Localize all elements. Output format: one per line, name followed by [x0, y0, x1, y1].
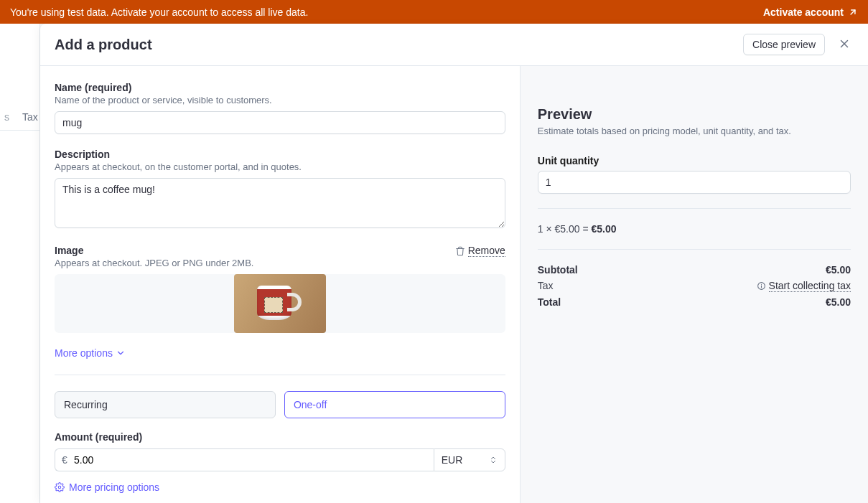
tax-label: Tax [538, 280, 554, 292]
background-tab-partial: s [4, 111, 9, 123]
close-icon [838, 37, 851, 50]
activate-account-label: Activate account [763, 6, 844, 18]
more-pricing-options-button[interactable]: More pricing options [55, 481, 505, 493]
currency-value: EUR [442, 454, 463, 466]
remove-image-label: Remove [468, 245, 505, 257]
tax-row: Tax Start collecting tax [538, 280, 851, 292]
amount-label: Amount (required) [55, 431, 505, 443]
unit-quantity-label: Unit quantity [538, 155, 851, 166]
name-hint: Name of the product or service, visible … [55, 95, 505, 105]
select-chevrons-icon [489, 456, 498, 464]
preview-divider-2 [538, 249, 851, 250]
description-hint: Appears at checkout, on the customer por… [55, 161, 505, 172]
calc-prefix: 1 × €5.00 = [538, 223, 592, 235]
activate-account-link[interactable]: Activate account [763, 6, 858, 18]
image-hint: Appears at checkout. JPEG or PNG under 2… [55, 258, 253, 268]
close-modal-button[interactable] [835, 34, 854, 55]
image-thumbnail [234, 274, 326, 333]
tax-cta-label: Start collecting tax [769, 280, 851, 292]
currency-select[interactable]: EUR [434, 448, 505, 471]
total-label: Total [538, 296, 561, 308]
remove-image-button[interactable]: Remove [455, 245, 505, 257]
preview-column: Preview Estimate totals based on pricing… [521, 66, 868, 503]
subtotal-value: €5.00 [826, 264, 851, 276]
background-chrome: s Tax [0, 24, 40, 503]
more-options-toggle[interactable]: More options [55, 347, 505, 359]
calc-line: 1 × €5.00 = €5.00 [538, 223, 851, 235]
external-link-icon [848, 7, 858, 17]
test-mode-banner: You're using test data. Activate your ac… [0, 0, 868, 24]
start-collecting-tax-link[interactable]: Start collecting tax [757, 280, 851, 292]
add-product-modal: Add a product Close preview Name (requir… [40, 24, 868, 503]
totals-block: Subtotal €5.00 Tax Start collecting tax … [538, 264, 851, 308]
modal-title: Add a product [55, 37, 152, 53]
name-input[interactable] [55, 111, 505, 134]
subtotal-row: Subtotal €5.00 [538, 264, 851, 276]
unit-quantity-input[interactable] [538, 171, 851, 194]
image-field: Image Appears at checkout. JPEG or PNG u… [55, 245, 505, 333]
pricing-type-segmented: Recurring One-off [55, 391, 505, 418]
image-dropzone[interactable] [55, 274, 505, 333]
chevron-down-icon [116, 348, 126, 358]
name-field: Name (required) Name of the product or s… [55, 82, 505, 134]
total-row: Total €5.00 [538, 296, 851, 308]
pricing-oneoff-button[interactable]: One-off [284, 391, 505, 418]
preview-divider-1 [538, 208, 851, 209]
calc-total: €5.00 [592, 223, 617, 235]
more-pricing-label: More pricing options [69, 481, 159, 493]
amount-input[interactable] [55, 448, 434, 471]
total-value: €5.00 [826, 296, 851, 308]
mug-image [257, 286, 303, 321]
svg-point-0 [58, 486, 61, 489]
name-label: Name (required) [55, 82, 505, 93]
banner-message: You're using test data. Activate your ac… [10, 6, 308, 18]
section-divider [55, 375, 505, 375]
modal-header: Add a product Close preview [40, 24, 868, 66]
subtotal-label: Subtotal [538, 264, 578, 276]
description-label: Description [55, 149, 505, 160]
description-input[interactable] [55, 178, 505, 228]
background-tab-tax: Tax [22, 111, 38, 123]
more-options-label: More options [55, 347, 113, 359]
gear-icon [55, 482, 65, 492]
close-preview-button[interactable]: Close preview [743, 34, 825, 55]
info-icon [757, 281, 766, 291]
pricing-recurring-button[interactable]: Recurring [55, 391, 276, 418]
description-field: Description Appears at checkout, on the … [55, 149, 505, 230]
preview-subtitle: Estimate totals based on pricing model, … [538, 126, 851, 136]
amount-field: Amount (required) € EUR [55, 431, 505, 471]
trash-icon [455, 246, 465, 256]
form-column: Name (required) Name of the product or s… [40, 66, 521, 503]
currency-symbol: € [62, 454, 67, 466]
preview-title: Preview [538, 106, 851, 123]
image-label: Image [55, 245, 253, 256]
